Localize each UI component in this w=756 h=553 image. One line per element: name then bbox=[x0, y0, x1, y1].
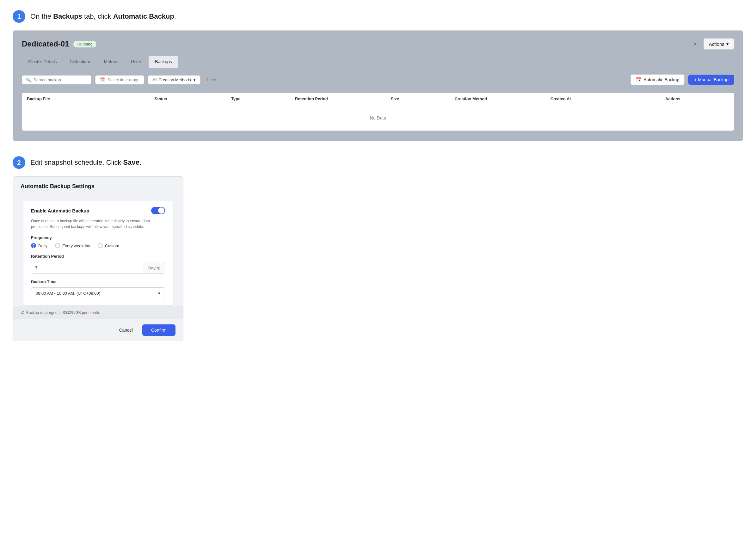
calendar-icon-sm: 📅 bbox=[636, 77, 641, 82]
step2-text: Edit snapshot schedule. Click Save. bbox=[30, 158, 141, 167]
search-input-wrap[interactable]: 🔍 bbox=[22, 75, 91, 84]
step2-circle: 2 bbox=[13, 156, 25, 169]
manual-backup-button[interactable]: + Manual Backup bbox=[688, 75, 734, 85]
table-header: Backup File Status Type Retention Period… bbox=[22, 93, 734, 105]
radio-daily[interactable]: Daily bbox=[31, 243, 48, 248]
col-created-at: Created At bbox=[551, 96, 665, 101]
cluster-panel: Dedicated-01 Running >_ Actions ▾ Cluste… bbox=[13, 30, 743, 141]
retention-unit: Day(s) bbox=[144, 262, 165, 273]
backup-time-label: Backup Time bbox=[31, 280, 165, 284]
radio-every-weekday[interactable]: Every weekday bbox=[55, 243, 90, 248]
col-creation-method: Creation Method bbox=[455, 96, 551, 101]
step1-text: On the Backups tab, click Automatic Back… bbox=[30, 12, 176, 20]
radio-custom[interactable]: Custom bbox=[98, 243, 119, 248]
col-actions: Actions bbox=[665, 96, 729, 101]
step1-circle: 1 bbox=[13, 10, 25, 23]
settings-card: Automatic Backup Settings Enable Automat… bbox=[13, 176, 183, 341]
backup-time-select[interactable]: 08:00 AM - 10:00 AM, (UTC+08:00) ▾ bbox=[31, 288, 165, 299]
reset-button[interactable]: Reset bbox=[204, 76, 218, 84]
tab-cluster-details[interactable]: Cluster Details bbox=[22, 56, 63, 68]
chevron-down-icon-time: ▾ bbox=[158, 291, 160, 296]
retention-input[interactable] bbox=[31, 262, 144, 273]
settings-card-title: Automatic Backup Settings bbox=[13, 177, 183, 195]
chevron-down-icon: ▾ bbox=[193, 77, 196, 82]
tab-collections[interactable]: Collections bbox=[63, 56, 97, 68]
col-backup-file: Backup File bbox=[27, 96, 155, 101]
filter-bar: 🔍 📅 Select time range All Creation Metho… bbox=[22, 74, 734, 85]
retention-row: Day(s) bbox=[31, 262, 165, 274]
frequency-label: Frequency bbox=[31, 235, 165, 240]
cluster-name: Dedicated-01 bbox=[22, 40, 69, 49]
tabs-bar: Cluster Details Collections Metrics User… bbox=[22, 56, 734, 68]
status-badge: Running bbox=[73, 41, 96, 48]
radio-dot-custom bbox=[98, 243, 103, 248]
backup-table: Backup File Status Type Retention Period… bbox=[22, 93, 734, 131]
calendar-icon: 📅 bbox=[100, 77, 105, 82]
chevron-down-icon: ▾ bbox=[726, 41, 729, 47]
frequency-radio-group: Daily Every weekday Custom bbox=[31, 243, 165, 248]
step2-header: 2 Edit snapshot schedule. Click Save. bbox=[13, 156, 743, 169]
no-data-message: No Data bbox=[22, 105, 734, 131]
confirm-button[interactable]: Confirm bbox=[142, 324, 175, 336]
settings-card-body: Enable Automatic Backup Once enabled, a … bbox=[23, 200, 173, 306]
info-icon: 🏷 bbox=[20, 311, 24, 315]
col-retention-period: Retention Period bbox=[295, 96, 391, 101]
step2-area: 2 Edit snapshot schedule. Click Save. Au… bbox=[13, 156, 743, 341]
enable-label: Enable Automatic Backup bbox=[31, 208, 89, 214]
cluster-actions-area: >_ Actions ▾ bbox=[693, 38, 734, 50]
cancel-button[interactable]: Cancel bbox=[114, 325, 138, 335]
creation-method-select[interactable]: All Creation Methods ▾ bbox=[148, 75, 200, 84]
col-status: Status bbox=[155, 96, 231, 101]
radio-dot-weekday bbox=[55, 243, 60, 248]
enable-toggle[interactable] bbox=[151, 207, 165, 214]
radio-dot-daily bbox=[31, 243, 36, 248]
search-icon: 🔍 bbox=[26, 77, 31, 82]
actions-button[interactable]: Actions ▾ bbox=[703, 38, 734, 50]
settings-card-actions: Cancel Confirm bbox=[13, 319, 183, 341]
terminal-icon[interactable]: >_ bbox=[693, 41, 700, 48]
cluster-title-area: Dedicated-01 Running bbox=[22, 40, 96, 49]
enable-desc: Once enabled, a backup file will be crea… bbox=[31, 218, 165, 230]
cluster-header: Dedicated-01 Running >_ Actions ▾ bbox=[22, 38, 734, 50]
search-input[interactable] bbox=[33, 77, 87, 82]
settings-footer-note: 🏷 Backup is charged at $0.025/GB per mon… bbox=[13, 306, 183, 319]
automatic-backup-button[interactable]: 📅 Automatic Backup bbox=[631, 74, 685, 85]
tab-backups[interactable]: Backups bbox=[149, 56, 178, 68]
tab-users[interactable]: Users bbox=[124, 56, 149, 68]
col-size: Size bbox=[391, 96, 455, 101]
step1-header: 1 On the Backups tab, click Automatic Ba… bbox=[13, 10, 743, 23]
enable-row: Enable Automatic Backup bbox=[31, 207, 165, 214]
retention-label: Retention Period bbox=[31, 254, 165, 259]
time-range-select[interactable]: 📅 Select time range bbox=[95, 75, 144, 84]
tab-metrics[interactable]: Metrics bbox=[98, 56, 124, 68]
col-type: Type bbox=[231, 96, 295, 101]
